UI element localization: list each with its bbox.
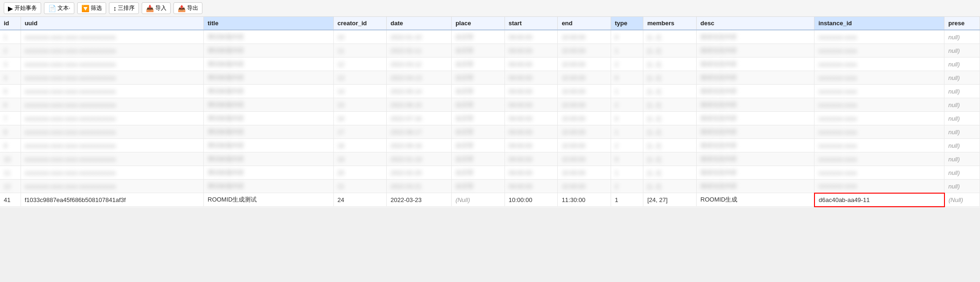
cell-start: 09:00:00 — [504, 71, 558, 85]
cell-id: 9 — [0, 139, 21, 152]
cell-members: [1, 2] — [643, 139, 697, 152]
cell-end: 10:00:00 — [558, 166, 611, 180]
col-header-prese[interactable]: prese — [944, 17, 980, 30]
cell-date: 2022-07-16 — [387, 112, 452, 125]
cell-instance_id: xxxxxxxx-xxxx — [814, 125, 944, 139]
table-row-last[interactable]: 41f1033c9887ea45f686b508107841af3fROOMID… — [0, 193, 980, 207]
cell-uuid: xxxxxxxx-xxxx-xxxx-xxxxxxxxxxxx — [21, 180, 203, 193]
cell-instance_id: xxxxxxxx-xxxx — [814, 112, 944, 125]
col-header-members[interactable]: members — [643, 17, 697, 30]
table-row[interactable]: 7xxxxxxxx-xxxx-xxxx-xxxxxxxxxxxx测试标题内容16… — [0, 112, 980, 125]
cell-id: 6 — [0, 98, 21, 112]
cell-uuid: xxxxxxxx-xxxx-xxxx-xxxxxxxxxxxx — [21, 166, 203, 180]
cell-uuid: xxxxxxxx-xxxx-xxxx-xxxxxxxxxxxx — [21, 125, 203, 139]
cell-date: 2022-02-11 — [387, 44, 452, 58]
cell-id: 4 — [0, 71, 21, 85]
cell-creator_id: 16 — [333, 112, 387, 125]
cell-desc: 描述信息内容 — [697, 112, 814, 125]
cell-prese: null) — [944, 180, 980, 193]
cell-date: 2022-05-14 — [387, 85, 452, 98]
cell-end: 10:00:00 — [558, 85, 611, 98]
cell-id: 10 — [0, 152, 21, 166]
cell-prese: null) — [944, 139, 980, 152]
cell-instance_id: xxxxxxxx-xxxx — [814, 71, 944, 85]
cell-type: 0 — [611, 152, 643, 166]
table-row[interactable]: 4xxxxxxxx-xxxx-xxxx-xxxxxxxxxxxx测试标题内容13… — [0, 71, 980, 85]
cell-id: 41 — [0, 193, 21, 207]
cell-start: 09:00:00 — [504, 166, 558, 180]
data-table-container: id uuid title creator_id date place star… — [0, 17, 980, 207]
export-label: 导出 — [187, 4, 198, 12]
cell-prese: null) — [944, 58, 980, 71]
table-row[interactable]: 1xxxxxxxx-xxxx-xxxx-xxxxxxxxxxxx测试标题内容10… — [0, 30, 980, 44]
cell-desc: 描述信息内容 — [697, 152, 814, 166]
cell-date: 2022-06-15 — [387, 98, 452, 112]
cell-type: 2 — [611, 98, 643, 112]
col-header-end[interactable]: end — [558, 17, 611, 30]
cell-type: 2 — [611, 139, 643, 152]
cell-place: 会议室 — [452, 58, 505, 71]
table-row[interactable]: 12xxxxxxxx-xxxx-xxxx-xxxxxxxxxxxx测试标题内容2… — [0, 180, 980, 193]
cell-start: 09:00:00 — [504, 139, 558, 152]
filter-icon: 🔽 — [81, 5, 89, 12]
table-row[interactable]: 2xxxxxxxx-xxxx-xxxx-xxxxxxxxxxxx测试标题内容11… — [0, 44, 980, 58]
cell-end: 10:00:00 — [558, 125, 611, 139]
filter-label: 筛选 — [91, 4, 102, 12]
col-header-title[interactable]: title — [204, 17, 334, 30]
cell-uuid: xxxxxxxx-xxxx-xxxx-xxxxxxxxxxxx — [21, 44, 203, 58]
cell-start: 09:00:00 — [504, 152, 558, 166]
cell-creator_id: 12 — [333, 58, 387, 71]
col-header-uuid[interactable]: uuid — [21, 17, 203, 30]
cell-members: [1, 2] — [643, 152, 697, 166]
cell-start: 09:00:00 — [504, 44, 558, 58]
table-row[interactable]: 11xxxxxxxx-xxxx-xxxx-xxxxxxxxxxxx测试标题内容2… — [0, 166, 980, 180]
cell-end: 10:00:00 — [558, 98, 611, 112]
cell-type: 1 — [611, 125, 643, 139]
col-header-type[interactable]: type — [611, 17, 643, 30]
cell-members: [1, 2] — [643, 71, 697, 85]
cell-end: 10:00:00 — [558, 180, 611, 193]
cell-title: 测试标题内容 — [204, 30, 334, 44]
cell-members: [1, 2] — [643, 44, 697, 58]
sort-button[interactable]: ↕ 三排序 — [109, 2, 139, 14]
cell-uuid: xxxxxxxx-xxxx-xxxx-xxxxxxxxxxxx — [21, 98, 203, 112]
cell-type: 0 — [611, 112, 643, 125]
cell-members: [1, 2] — [643, 58, 697, 71]
cell-date: 2022-01-10 — [387, 30, 452, 44]
cell-id: 8 — [0, 125, 21, 139]
col-header-instance-id[interactable]: instance_id — [814, 17, 944, 30]
cell-creator_id: 21 — [333, 180, 387, 193]
table-row[interactable]: 10xxxxxxxx-xxxx-xxxx-xxxxxxxxxxxx测试标题内容1… — [0, 152, 980, 166]
cell-instance_id: xxxxxxxx-xxxx — [814, 30, 944, 44]
export-button[interactable]: 📤 导出 — [173, 2, 202, 14]
text-button[interactable]: 📄 文本· — [44, 2, 74, 14]
cell-end: 10:00:00 — [558, 71, 611, 85]
table-body: 1xxxxxxxx-xxxx-xxxx-xxxxxxxxxxxx测试标题内容10… — [0, 30, 980, 207]
col-header-creator-id[interactable]: creator_id — [333, 17, 387, 30]
cell-type: 0 — [611, 30, 643, 44]
cell-instance_id: xxxxxxxx-xxxx — [814, 166, 944, 180]
table-row[interactable]: 6xxxxxxxx-xxxx-xxxx-xxxxxxxxxxxx测试标题内容15… — [0, 98, 980, 112]
col-header-place[interactable]: place — [452, 17, 505, 30]
table-row[interactable]: 8xxxxxxxx-xxxx-xxxx-xxxxxxxxxxxx测试标题内容17… — [0, 125, 980, 139]
col-header-start[interactable]: start — [504, 17, 558, 30]
import-button[interactable]: 📥 导入 — [142, 2, 171, 14]
cell-prese: null) — [944, 85, 980, 98]
table-row[interactable]: 3xxxxxxxx-xxxx-xxxx-xxxxxxxxxxxx测试标题内容12… — [0, 58, 980, 71]
table-row[interactable]: 9xxxxxxxx-xxxx-xxxx-xxxxxxxxxxxx测试标题内容18… — [0, 139, 980, 152]
col-header-desc[interactable]: desc — [697, 17, 814, 30]
col-header-date[interactable]: date — [387, 17, 452, 30]
cell-place: (Null) — [452, 193, 505, 207]
cell-desc: 描述信息内容 — [697, 58, 814, 71]
cell-start: 10:00:00 — [504, 193, 558, 207]
col-header-id[interactable]: id — [0, 17, 21, 30]
table-row[interactable]: 5xxxxxxxx-xxxx-xxxx-xxxxxxxxxxxx测试标题内容14… — [0, 85, 980, 98]
cell-prese: null) — [944, 98, 980, 112]
start-transaction-button[interactable]: ▶ 开始事务 — [4, 2, 41, 14]
cell-id: 3 — [0, 58, 21, 71]
cell-end: 10:00:00 — [558, 30, 611, 44]
cell-place: 会议室 — [452, 139, 505, 152]
cell-desc: 描述信息内容 — [697, 125, 814, 139]
filter-button[interactable]: 🔽 筛选 — [77, 2, 106, 14]
cell-prese: (Null) — [944, 193, 980, 207]
